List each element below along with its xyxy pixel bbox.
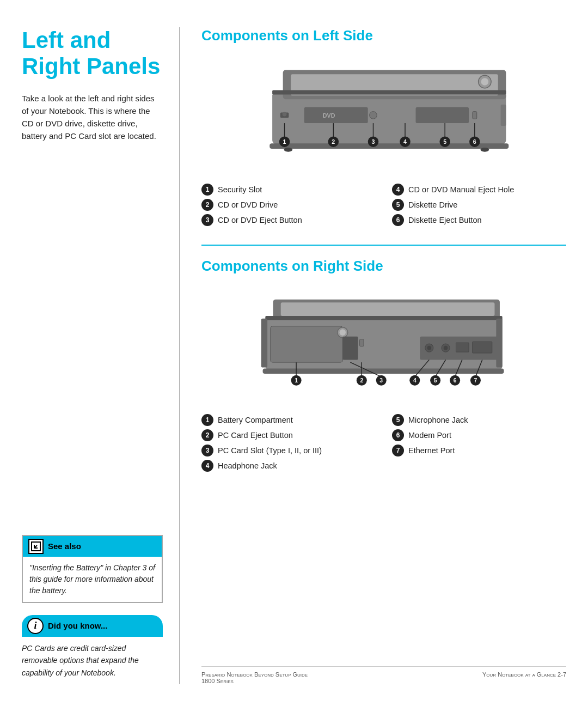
svg-rect-55 — [456, 343, 469, 352]
right-component-1: 1 Battery Compartment — [201, 414, 376, 426]
svg-rect-41 — [281, 302, 495, 316]
did-you-know-header: i Did you know... — [22, 615, 163, 637]
did-you-know-label: Did you know... — [48, 621, 107, 630]
svg-text:1: 1 — [295, 378, 298, 384]
svg-point-10 — [481, 148, 489, 152]
page-title: Left and Right Panels — [22, 27, 163, 80]
svg-text:2: 2 — [360, 378, 363, 384]
right-side-diagram: 1 2 3 4 5 6 — [240, 290, 528, 399]
right-component-5: 5 Microphone Jack — [392, 414, 566, 426]
right-laptop-image: 1 2 3 4 5 6 — [201, 284, 566, 404]
right-component-label-6: Modem Port — [408, 431, 451, 440]
left-component-6: 6 Diskette Eject Button — [392, 214, 566, 226]
svg-rect-56 — [473, 342, 492, 353]
right-component-label-7: Ethernet Port — [408, 446, 455, 455]
left-component-3: 3 CD or DVD Eject Button — [201, 214, 376, 226]
svg-rect-18 — [501, 105, 506, 126]
component-label-4: CD or DVD Manual Eject Hole — [408, 185, 514, 194]
right-component-6: 6 Modem Port — [392, 429, 566, 441]
component-label-6: Diskette Eject Button — [408, 216, 482, 224]
svg-rect-11 — [304, 107, 368, 123]
svg-rect-15 — [473, 112, 477, 119]
component-label-5: Diskette Drive — [408, 200, 457, 209]
right-component-7: 7 Ethernet Port — [392, 445, 566, 457]
svg-rect-45 — [271, 326, 343, 362]
right-component-4: 4 Headphone Jack — [201, 460, 376, 472]
left-section-title: Components on Left Side — [201, 27, 566, 44]
component-num-3: 3 — [201, 214, 213, 226]
svg-point-38 — [481, 78, 489, 86]
sidebar-description: Take a look at the left and right sides … — [22, 92, 163, 143]
right-component-label-5: Microphone Jack — [408, 416, 468, 424]
svg-text:5: 5 — [434, 378, 437, 384]
left-component-1: 1 Security Slot — [201, 184, 376, 196]
left-laptop-image: DVD 1 2 — [201, 54, 566, 174]
component-label-3: CD or DVD Eject Button — [218, 216, 302, 224]
right-component-label-1: Battery Compartment — [218, 416, 293, 424]
svg-point-9 — [284, 148, 293, 152]
left-side-diagram: DVD 1 2 — [240, 59, 528, 168]
see-also-icon — [28, 539, 44, 554]
svg-text:4: 4 — [413, 378, 416, 384]
see-also-box: See also "Inserting the Battery" in Chap… — [22, 535, 163, 603]
right-component-label-3: PC Card Slot (Type I, II, or III) — [218, 446, 322, 455]
right-component-num-5: 5 — [392, 414, 404, 426]
svg-text:DVD: DVD — [323, 112, 335, 119]
svg-rect-44 — [261, 319, 267, 368]
svg-rect-43 — [263, 368, 504, 373]
svg-text:7: 7 — [474, 378, 477, 384]
see-also-header: See also — [23, 536, 162, 557]
svg-rect-49 — [360, 339, 364, 346]
svg-rect-7 — [272, 90, 506, 95]
svg-point-13 — [370, 112, 377, 119]
svg-point-17 — [283, 112, 287, 117]
footer-left-text: Presario Notebook Beyond Setup Guide 180… — [201, 671, 308, 684]
left-sidebar: Left and Right Panels Take a look at the… — [22, 27, 180, 684]
right-component-2: 2 PC Card Eject Button — [201, 429, 376, 441]
page-footer: Presario Notebook Beyond Setup Guide 180… — [201, 666, 566, 684]
footer-right-text: Your Notebook at a Glance 2-7 — [482, 671, 566, 684]
svg-text:1: 1 — [283, 138, 286, 145]
svg-text:4: 4 — [403, 138, 407, 145]
right-component-num-2: 2 — [201, 429, 213, 441]
right-component-num-4: 4 — [201, 460, 213, 472]
svg-rect-14 — [416, 107, 469, 123]
svg-text:3: 3 — [379, 378, 383, 384]
component-num-4: 4 — [392, 184, 404, 196]
left-components-list: 1 Security Slot 4 CD or DVD Manual Eject… — [201, 184, 566, 226]
svg-rect-57 — [496, 319, 502, 368]
svg-text:6: 6 — [473, 138, 476, 145]
right-component-label-4: Headphone Jack — [218, 461, 277, 470]
right-component-num-1: 1 — [201, 414, 213, 426]
right-component-num-3: 3 — [201, 445, 213, 457]
svg-point-54 — [444, 346, 448, 350]
left-component-4: 4 CD or DVD Manual Eject Hole — [392, 184, 566, 196]
right-component-label-2: PC Card Eject Button — [218, 431, 293, 440]
corner-arrow-icon — [31, 541, 41, 551]
svg-rect-48 — [342, 337, 358, 360]
see-also-label: See also — [48, 541, 81, 551]
did-you-know-content: PC Cards are credit card-sized removable… — [22, 637, 163, 679]
svg-rect-42 — [265, 316, 502, 320]
right-components-list: 1 Battery Compartment 5 Microphone Jack … — [201, 414, 566, 472]
component-label-1: Security Slot — [218, 185, 262, 194]
svg-text:5: 5 — [443, 138, 446, 145]
section-divider — [201, 245, 566, 246]
component-num-5: 5 — [392, 199, 404, 211]
component-num-1: 1 — [201, 184, 213, 196]
main-content: Components on Left Side DVD — [180, 27, 566, 684]
svg-point-52 — [427, 346, 432, 350]
right-section-title: Components on Right Side — [201, 258, 566, 275]
svg-text:3: 3 — [372, 138, 375, 145]
component-num-2: 2 — [201, 199, 213, 211]
component-label-2: CD or DVD Drive — [218, 200, 278, 209]
footer-guide-title: Presario Notebook Beyond Setup Guide — [201, 671, 308, 678]
svg-point-47 — [340, 330, 346, 336]
did-you-know-box: i Did you know... PC Cards are credit ca… — [22, 615, 163, 679]
svg-text:6: 6 — [454, 378, 457, 384]
info-icon: i — [27, 618, 44, 634]
component-num-6: 6 — [392, 214, 404, 226]
right-component-num-7: 7 — [392, 445, 404, 457]
svg-text:2: 2 — [332, 138, 335, 145]
left-component-5: 5 Diskette Drive — [392, 199, 566, 211]
